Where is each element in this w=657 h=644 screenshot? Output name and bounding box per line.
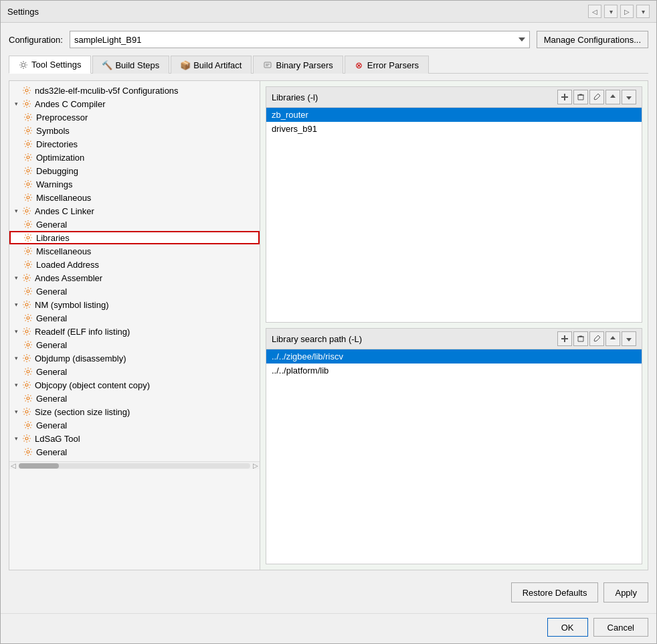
tree-item-general-linker[interactable]: General xyxy=(9,218,260,231)
nav-back-button[interactable]: ◁ xyxy=(588,5,601,18)
right-panel: Libraries (-l) xyxy=(260,81,648,570)
cancel-button[interactable]: Cancel xyxy=(593,618,648,637)
libraries-section-title: Libraries (-l) xyxy=(272,92,318,102)
config-label: Configuration: xyxy=(9,35,63,45)
tree-arrow-andes-linker: ▾ xyxy=(12,207,20,215)
restore-defaults-button[interactable]: Restore Defaults xyxy=(511,582,599,602)
tree-item-ldsag[interactable]: ▾ LdSaG Tool xyxy=(9,432,260,445)
tree-item-libraries[interactable]: Libraries xyxy=(9,231,260,244)
svg-point-26 xyxy=(25,384,28,386)
tree-label-ldsag: LdSaG Tool xyxy=(35,434,80,444)
tree-label-warnings: Warnings xyxy=(36,179,72,189)
svg-point-13 xyxy=(25,210,28,212)
search-path-delete-button[interactable] xyxy=(573,331,588,346)
tree-item-andes-compiler[interactable]: ▾ Andes C Compiler xyxy=(9,97,260,110)
tree-label-general-readelf: General xyxy=(36,340,67,350)
nav-forward-button[interactable]: ▷ xyxy=(620,5,634,18)
content-area: Configuration: sampleLight_B91 Manage Co… xyxy=(1,23,656,613)
libraries-down-button[interactable] xyxy=(622,90,636,104)
tree-label-nds32: nds32le-elf-mculib-v5f Configurations xyxy=(35,86,179,96)
tree-item-loaded-address[interactable]: Loaded Address xyxy=(9,258,260,271)
tree-arrow-andes-compiler: ▾ xyxy=(12,100,20,108)
search-path-up-button[interactable] xyxy=(605,331,620,346)
libraries-up-button[interactable] xyxy=(605,90,620,104)
tree-item-andes-assembler[interactable]: ▾ Andes Assembler xyxy=(9,271,260,285)
search-path-section-header: Library search path (-L) xyxy=(266,329,642,349)
tree-item-general-nm[interactable]: General xyxy=(9,311,260,325)
tree-label-misc-compiler: Miscellaneous xyxy=(36,193,91,203)
libraries-edit-button[interactable] xyxy=(589,90,604,104)
tree-label-loaded-address: Loaded Address xyxy=(36,260,99,270)
tree-arrow-objcopy: ▾ xyxy=(12,381,20,389)
search-path-item-zigbee[interactable]: ../../zigbee/lib/riscv xyxy=(266,349,642,364)
title-bar-right: ◁ ▾ ▷ ▾ xyxy=(588,5,650,18)
tree-item-objcopy[interactable]: ▾ Objcopy (object content copy) xyxy=(9,378,260,392)
tree-scrollbar[interactable]: ◁ ▷ xyxy=(9,461,260,469)
tree-item-misc-compiler[interactable]: Miscellaneous xyxy=(9,191,260,204)
search-path-edit-button[interactable] xyxy=(589,331,604,346)
ok-button[interactable]: OK xyxy=(547,618,588,637)
svg-point-27 xyxy=(27,397,29,400)
tree-item-preprocessor[interactable]: Preprocessor xyxy=(9,110,260,124)
search-path-item-platform[interactable]: ../../platform/lib xyxy=(266,364,642,378)
tree-item-general-objcopy[interactable]: General xyxy=(9,392,260,405)
svg-point-25 xyxy=(27,370,29,373)
tree-item-andes-linker[interactable]: ▾ Andes C Linker xyxy=(9,204,260,218)
nav-dropdown-button[interactable]: ▾ xyxy=(604,5,618,18)
tree-scroll-track[interactable] xyxy=(19,463,250,469)
config-select[interactable]: sampleLight_B91 xyxy=(70,31,530,48)
svg-point-31 xyxy=(27,451,29,453)
tree-label-libraries: Libraries xyxy=(36,233,70,243)
apply-button[interactable]: Apply xyxy=(603,582,648,602)
search-path-down-button[interactable] xyxy=(622,331,636,346)
nav-dropdown2-button[interactable]: ▾ xyxy=(636,5,650,18)
tree-item-general-size[interactable]: General xyxy=(9,418,260,432)
tree-item-optimization[interactable]: Optimization xyxy=(9,151,260,164)
tree-item-misc-linker[interactable]: Miscellaneous xyxy=(9,244,260,258)
tab-build-steps[interactable]: 🔨 Build Steps xyxy=(92,56,169,74)
tree-scroll-thumb[interactable] xyxy=(19,463,59,469)
title-bar: Settings ◁ ▾ ▷ ▾ xyxy=(1,1,656,23)
dialog-bottom: OK Cancel xyxy=(1,613,656,643)
tree-item-general-objdump[interactable]: General xyxy=(9,365,260,378)
library-item-zb-router[interactable]: zb_router xyxy=(266,108,642,122)
svg-point-17 xyxy=(27,263,29,266)
tree-icon-size xyxy=(21,406,32,417)
search-path-add-button[interactable] xyxy=(557,331,572,346)
tree-icon-libraries xyxy=(23,232,33,243)
svg-rect-1 xyxy=(264,62,271,68)
tree-item-warnings[interactable]: Warnings xyxy=(9,177,260,191)
binary-parsers-tab-icon xyxy=(263,60,272,70)
tree-label-andes-assembler: Andes Assembler xyxy=(35,273,102,283)
tree-item-readelf[interactable]: ▾ Readelf (ELF info listing) xyxy=(9,325,260,338)
tab-build-artifact[interactable]: 📦 Build Artifact xyxy=(171,56,252,74)
tree-icon-general-size xyxy=(23,420,33,430)
tree-item-general-assembler[interactable]: General xyxy=(9,285,260,298)
tree-item-general-readelf[interactable]: General xyxy=(9,338,260,351)
library-item-drivers-b91[interactable]: drivers_b91 xyxy=(266,122,642,136)
tree-icon-loaded-address xyxy=(23,259,33,270)
build-artifact-tab-icon: 📦 xyxy=(181,60,190,70)
title-bar-left: Settings xyxy=(7,7,39,17)
tree-item-nds32[interactable]: nds32le-elf-mculib-v5f Configurations xyxy=(9,84,260,97)
tree-item-objdump[interactable]: ▾ Objdump (disassembly) xyxy=(9,351,260,365)
tree-item-nm[interactable]: ▾ NM (symbol listing) xyxy=(9,298,260,311)
tree-label-symbols: Symbols xyxy=(36,126,70,136)
tree-arrow-nds32 xyxy=(12,86,20,94)
tree-icon-andes-linker xyxy=(21,206,32,216)
tab-binary-parsers[interactable]: Binary Parsers xyxy=(253,56,343,74)
tree-item-debugging[interactable]: Debugging xyxy=(9,164,260,177)
tab-tool-settings[interactable]: Tool Settings xyxy=(9,56,91,74)
libraries-add-button[interactable] xyxy=(557,90,572,104)
tree-item-directories[interactable]: Directories xyxy=(9,137,260,151)
tree-item-general-ldsag[interactable]: General xyxy=(9,445,260,459)
tree-icon-objcopy xyxy=(21,380,32,390)
tab-error-parsers[interactable]: ⊗ Error Parsers xyxy=(345,56,429,74)
tree-item-symbols[interactable]: Symbols xyxy=(9,124,260,137)
manage-configurations-button[interactable]: Manage Configurations... xyxy=(537,31,648,48)
tree-arrow-objdump: ▾ xyxy=(12,354,20,362)
tree-panel: nds32le-elf-mculib-v5f Configurations ▾ … xyxy=(9,81,260,570)
tree-item-size[interactable]: ▾ Size (section size listing) xyxy=(9,405,260,418)
libraries-delete-button[interactable] xyxy=(573,90,588,104)
tree-label-readelf: Readelf (ELF info listing) xyxy=(35,327,130,337)
